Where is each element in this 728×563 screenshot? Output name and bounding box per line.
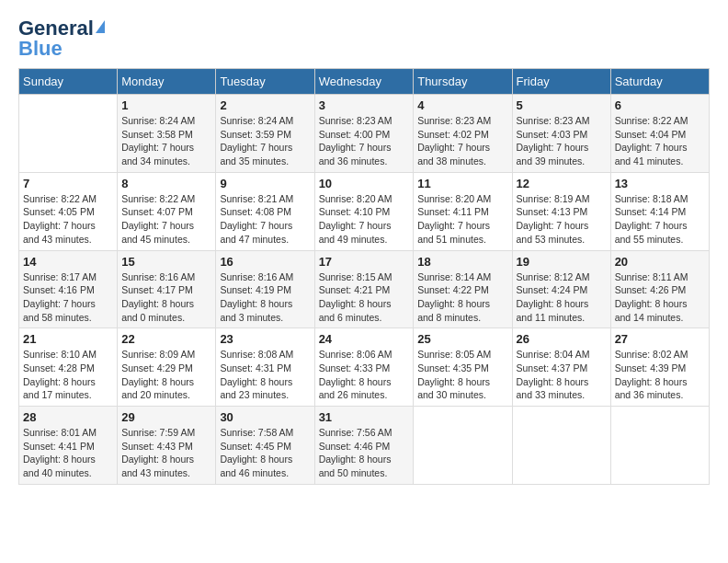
- day-info: Sunrise: 8:18 AMSunset: 4:14 PMDaylight:…: [615, 192, 705, 247]
- calendar-cell: 20Sunrise: 8:11 AMSunset: 4:26 PMDayligh…: [610, 250, 709, 328]
- day-number: 8: [121, 177, 211, 190]
- header-friday: Friday: [512, 69, 610, 95]
- header-sunday: Sunday: [19, 69, 118, 95]
- logo-triangle-icon: [96, 20, 105, 33]
- day-info: Sunrise: 8:19 AMSunset: 4:13 PMDaylight:…: [517, 192, 607, 247]
- calendar-cell: [414, 407, 512, 485]
- day-info: Sunrise: 8:11 AMSunset: 4:26 PMDaylight:…: [615, 270, 705, 325]
- calendar-cell: 11Sunrise: 8:20 AMSunset: 4:11 PMDayligh…: [414, 172, 512, 250]
- calendar-cell: 26Sunrise: 8:04 AMSunset: 4:37 PMDayligh…: [512, 328, 610, 407]
- day-number: 3: [319, 98, 410, 112]
- day-number: 5: [517, 98, 607, 112]
- day-info: Sunrise: 8:23 AMSunset: 4:02 PMDaylight:…: [417, 114, 507, 168]
- day-number: 4: [417, 98, 507, 112]
- day-info: Sunrise: 8:14 AMSunset: 4:22 PMDaylight:…: [417, 270, 507, 325]
- day-info: Sunrise: 8:04 AMSunset: 4:37 PMDaylight:…: [517, 348, 607, 402]
- calendar-cell: 6Sunrise: 8:22 AMSunset: 4:04 PMDaylight…: [610, 95, 709, 173]
- day-info: Sunrise: 8:20 AMSunset: 4:11 PMDaylight:…: [417, 192, 507, 247]
- calendar-cell: 28Sunrise: 8:01 AMSunset: 4:41 PMDayligh…: [19, 407, 118, 485]
- calendar-week-row: 14Sunrise: 8:17 AMSunset: 4:16 PMDayligh…: [19, 250, 710, 328]
- day-info: Sunrise: 8:22 AMSunset: 4:04 PMDaylight:…: [615, 114, 705, 168]
- day-number: 14: [23, 255, 113, 269]
- calendar-cell: 23Sunrise: 8:08 AMSunset: 4:31 PMDayligh…: [216, 328, 314, 407]
- calendar-cell: 10Sunrise: 8:20 AMSunset: 4:10 PMDayligh…: [314, 172, 414, 250]
- day-info: Sunrise: 8:15 AMSunset: 4:21 PMDaylight:…: [319, 270, 410, 325]
- day-info: Sunrise: 8:23 AMSunset: 4:03 PMDaylight:…: [517, 114, 607, 168]
- calendar-cell: 7Sunrise: 8:22 AMSunset: 4:05 PMDaylight…: [19, 172, 118, 250]
- calendar-week-row: 28Sunrise: 8:01 AMSunset: 4:41 PMDayligh…: [19, 407, 710, 485]
- day-info: Sunrise: 8:22 AMSunset: 4:05 PMDaylight:…: [23, 192, 113, 247]
- calendar-cell: [19, 95, 118, 173]
- day-number: 13: [615, 177, 705, 190]
- day-info: Sunrise: 8:22 AMSunset: 4:07 PMDaylight:…: [121, 192, 211, 247]
- day-number: 10: [319, 177, 410, 190]
- header-monday: Monday: [118, 69, 216, 95]
- day-number: 23: [220, 332, 310, 346]
- day-number: 22: [121, 332, 211, 346]
- day-info: Sunrise: 8:24 AMSunset: 3:59 PMDaylight:…: [220, 114, 310, 168]
- day-info: Sunrise: 8:06 AMSunset: 4:33 PMDaylight:…: [319, 348, 410, 402]
- day-number: 20: [615, 255, 705, 269]
- day-number: 21: [23, 332, 113, 346]
- day-number: 11: [417, 177, 507, 190]
- day-info: Sunrise: 8:16 AMSunset: 4:17 PMDaylight:…: [121, 270, 211, 325]
- calendar-cell: 29Sunrise: 7:59 AMSunset: 4:43 PMDayligh…: [118, 407, 216, 485]
- day-info: Sunrise: 8:12 AMSunset: 4:24 PMDaylight:…: [517, 270, 607, 325]
- logo: General Blue: [18, 18, 105, 59]
- day-info: Sunrise: 8:24 AMSunset: 3:58 PMDaylight:…: [121, 114, 211, 168]
- page-header: General Blue: [18, 18, 710, 59]
- calendar-cell: 14Sunrise: 8:17 AMSunset: 4:16 PMDayligh…: [19, 250, 118, 328]
- logo-blue: Blue: [18, 39, 63, 59]
- day-number: 28: [23, 410, 113, 424]
- calendar-cell: 22Sunrise: 8:09 AMSunset: 4:29 PMDayligh…: [118, 328, 216, 407]
- header-thursday: Thursday: [414, 69, 512, 95]
- day-number: 9: [220, 177, 310, 190]
- header-saturday: Saturday: [610, 69, 709, 95]
- calendar-cell: 12Sunrise: 8:19 AMSunset: 4:13 PMDayligh…: [512, 172, 610, 250]
- day-info: Sunrise: 8:08 AMSunset: 4:31 PMDaylight:…: [220, 348, 310, 402]
- day-number: 15: [121, 255, 211, 269]
- day-info: Sunrise: 7:56 AMSunset: 4:46 PMDaylight:…: [319, 426, 410, 480]
- day-number: 31: [319, 410, 410, 424]
- calendar-table: SundayMondayTuesdayWednesdayThursdayFrid…: [18, 68, 710, 485]
- day-info: Sunrise: 8:21 AMSunset: 4:08 PMDaylight:…: [220, 192, 310, 247]
- logo-general: General: [18, 18, 94, 39]
- header-tuesday: Tuesday: [216, 69, 314, 95]
- calendar-cell: 5Sunrise: 8:23 AMSunset: 4:03 PMDaylight…: [512, 95, 610, 173]
- day-number: 12: [517, 177, 607, 190]
- day-number: 25: [417, 332, 507, 346]
- calendar-cell: [512, 407, 610, 485]
- day-info: Sunrise: 8:05 AMSunset: 4:35 PMDaylight:…: [417, 348, 507, 402]
- calendar-cell: 31Sunrise: 7:56 AMSunset: 4:46 PMDayligh…: [314, 407, 414, 485]
- day-number: 6: [615, 98, 705, 112]
- calendar-cell: 1Sunrise: 8:24 AMSunset: 3:58 PMDaylight…: [118, 95, 216, 173]
- calendar-cell: 9Sunrise: 8:21 AMSunset: 4:08 PMDaylight…: [216, 172, 314, 250]
- day-number: 26: [517, 332, 607, 346]
- day-number: 30: [220, 410, 310, 424]
- header-wednesday: Wednesday: [314, 69, 414, 95]
- calendar-cell: 24Sunrise: 8:06 AMSunset: 4:33 PMDayligh…: [314, 328, 414, 407]
- calendar-cell: 8Sunrise: 8:22 AMSunset: 4:07 PMDaylight…: [118, 172, 216, 250]
- calendar-cell: [610, 407, 709, 485]
- calendar-header-row: SundayMondayTuesdayWednesdayThursdayFrid…: [19, 69, 710, 95]
- calendar-cell: 13Sunrise: 8:18 AMSunset: 4:14 PMDayligh…: [610, 172, 709, 250]
- day-number: 2: [220, 98, 310, 112]
- calendar-cell: 21Sunrise: 8:10 AMSunset: 4:28 PMDayligh…: [19, 328, 118, 407]
- calendar-week-row: 1Sunrise: 8:24 AMSunset: 3:58 PMDaylight…: [19, 95, 710, 173]
- day-info: Sunrise: 7:59 AMSunset: 4:43 PMDaylight:…: [121, 426, 211, 480]
- day-info: Sunrise: 8:20 AMSunset: 4:10 PMDaylight:…: [319, 192, 410, 247]
- calendar-week-row: 21Sunrise: 8:10 AMSunset: 4:28 PMDayligh…: [19, 328, 710, 407]
- calendar-cell: 30Sunrise: 7:58 AMSunset: 4:45 PMDayligh…: [216, 407, 314, 485]
- day-info: Sunrise: 8:23 AMSunset: 4:00 PMDaylight:…: [319, 114, 410, 168]
- calendar-cell: 4Sunrise: 8:23 AMSunset: 4:02 PMDaylight…: [414, 95, 512, 173]
- calendar-cell: 15Sunrise: 8:16 AMSunset: 4:17 PMDayligh…: [118, 250, 216, 328]
- day-number: 29: [121, 410, 211, 424]
- day-info: Sunrise: 7:58 AMSunset: 4:45 PMDaylight:…: [220, 426, 310, 480]
- calendar-cell: 3Sunrise: 8:23 AMSunset: 4:00 PMDaylight…: [314, 95, 414, 173]
- calendar-cell: 19Sunrise: 8:12 AMSunset: 4:24 PMDayligh…: [512, 250, 610, 328]
- calendar-cell: 25Sunrise: 8:05 AMSunset: 4:35 PMDayligh…: [414, 328, 512, 407]
- day-number: 18: [417, 255, 507, 269]
- calendar-cell: 2Sunrise: 8:24 AMSunset: 3:59 PMDaylight…: [216, 95, 314, 173]
- day-number: 7: [23, 177, 113, 190]
- calendar-cell: 16Sunrise: 8:16 AMSunset: 4:19 PMDayligh…: [216, 250, 314, 328]
